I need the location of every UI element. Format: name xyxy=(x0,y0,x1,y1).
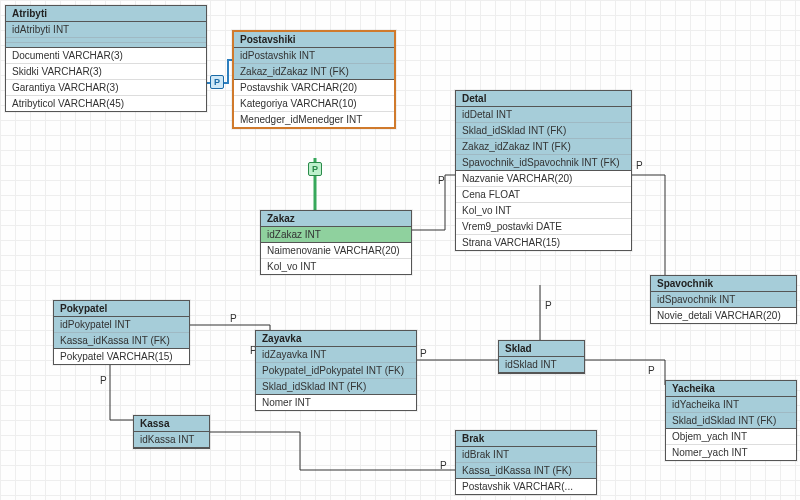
table-postavshiki[interactable]: Postavshiki idPostavshik INT Zakaz_idZak… xyxy=(232,30,396,129)
fk-col: Kassa_idKassa INT (FK) xyxy=(54,333,189,348)
pk-col: idSklad INT xyxy=(499,357,584,372)
pk-col: idYacheika INT xyxy=(666,397,796,413)
table-zakaz[interactable]: Zakaz idZakaz INT Naimenovanie VARCHAR(2… xyxy=(260,210,412,275)
table-title: Brak xyxy=(456,431,596,447)
table-kassa[interactable]: Kassa idKassa INT xyxy=(133,415,210,449)
table-detal[interactable]: Detal idDetal INT Sklad_idSklad INT (FK)… xyxy=(455,90,632,251)
table-title: Kassa xyxy=(134,416,209,432)
pk-col: idSpavochnik INT xyxy=(651,292,796,307)
rel-marker: P xyxy=(420,348,427,359)
col: Menedger_idMenedger INT xyxy=(234,112,394,127)
table-spavochnik[interactable]: Spavochnik idSpavochnik INT Novie_detali… xyxy=(650,275,797,324)
col: Kol_vo INT xyxy=(456,203,631,219)
col: Nazvanie VARCHAR(20) xyxy=(456,171,631,187)
pk-col: idBrak INT xyxy=(456,447,596,463)
fk-col: Zakaz_idZakaz INT (FK) xyxy=(456,139,631,155)
fk-col xyxy=(6,43,206,47)
rel-badge: P xyxy=(210,75,224,89)
fk-col: Spavochnik_idSpavochnik INT (FK) xyxy=(456,155,631,170)
col: Postavshik VARCHAR(... xyxy=(456,479,596,494)
table-zayavka[interactable]: Zayavka idZayavka INT Pokypatel_idPokypa… xyxy=(255,330,417,411)
fk-col: Kassa_idKassa INT (FK) xyxy=(456,463,596,478)
table-title: Atribyti xyxy=(6,6,206,22)
pk-col: idZayavka INT xyxy=(256,347,416,363)
col: Naimenovanie VARCHAR(20) xyxy=(261,243,411,259)
table-title: Detal xyxy=(456,91,631,107)
rel-marker: P xyxy=(230,313,237,324)
col: Vrem9_postavki DATE xyxy=(456,219,631,235)
rel-marker: P xyxy=(100,375,107,386)
col: Nomer_yach INT xyxy=(666,445,796,460)
fk-col: Pokypatel_idPokypatel INT (FK) xyxy=(256,363,416,379)
fk-col: Sklad_idSklad INT (FK) xyxy=(666,413,796,428)
fk-col: Zakaz_idZakaz INT (FK) xyxy=(234,64,394,79)
pk-col: idKassa INT xyxy=(134,432,209,447)
table-pokypatel[interactable]: Pokypatel idPokypatel INT Kassa_idKassa … xyxy=(53,300,190,365)
rel-badge: P xyxy=(308,162,322,176)
pk-col: idAtribyti INT xyxy=(6,22,206,38)
rel-marker: P xyxy=(636,160,643,171)
col: Documenti VARCHAR(3) xyxy=(6,48,206,64)
table-title: Yacheika xyxy=(666,381,796,397)
table-sklad[interactable]: Sklad idSklad INT xyxy=(498,340,585,374)
col: Strana VARCHAR(15) xyxy=(456,235,631,250)
col: Pokypatel VARCHAR(15) xyxy=(54,349,189,364)
col: Novie_detali VARCHAR(20) xyxy=(651,308,796,323)
rel-marker: P xyxy=(545,300,552,311)
table-title: Zakaz xyxy=(261,211,411,227)
table-title: Pokypatel xyxy=(54,301,189,317)
table-atribyti[interactable]: Atribyti idAtribyti INT Documenti VARCHA… xyxy=(5,5,207,112)
table-yacheika[interactable]: Yacheika idYacheika INT Sklad_idSklad IN… xyxy=(665,380,797,461)
col: Nomer INT xyxy=(256,395,416,410)
pk-col: idZakaz INT xyxy=(261,227,411,242)
fk-col: Sklad_idSklad INT (FK) xyxy=(456,123,631,139)
col: Objem_yach INT xyxy=(666,429,796,445)
pk-col: idDetal INT xyxy=(456,107,631,123)
rel-marker: P xyxy=(440,460,447,471)
pk-col: idPostavshik INT xyxy=(234,48,394,64)
fk-col: Sklad_idSklad INT (FK) xyxy=(256,379,416,394)
col: Garantiya VARCHAR(3) xyxy=(6,80,206,96)
col: Atribyticol VARCHAR(45) xyxy=(6,96,206,111)
table-title: Zayavka xyxy=(256,331,416,347)
table-title: Spavochnik xyxy=(651,276,796,292)
rel-marker: P xyxy=(438,175,445,186)
pk-col: idPokypatel INT xyxy=(54,317,189,333)
col: Postavshik VARCHAR(20) xyxy=(234,80,394,96)
col: Skidki VARCHAR(3) xyxy=(6,64,206,80)
col: Kategoriya VARCHAR(10) xyxy=(234,96,394,112)
col: Kol_vo INT xyxy=(261,259,411,274)
table-title: Postavshiki xyxy=(234,32,394,48)
rel-marker: P xyxy=(648,365,655,376)
col: Cena FLOAT xyxy=(456,187,631,203)
table-brak[interactable]: Brak idBrak INT Kassa_idKassa INT (FK) P… xyxy=(455,430,597,495)
table-title: Sklad xyxy=(499,341,584,357)
